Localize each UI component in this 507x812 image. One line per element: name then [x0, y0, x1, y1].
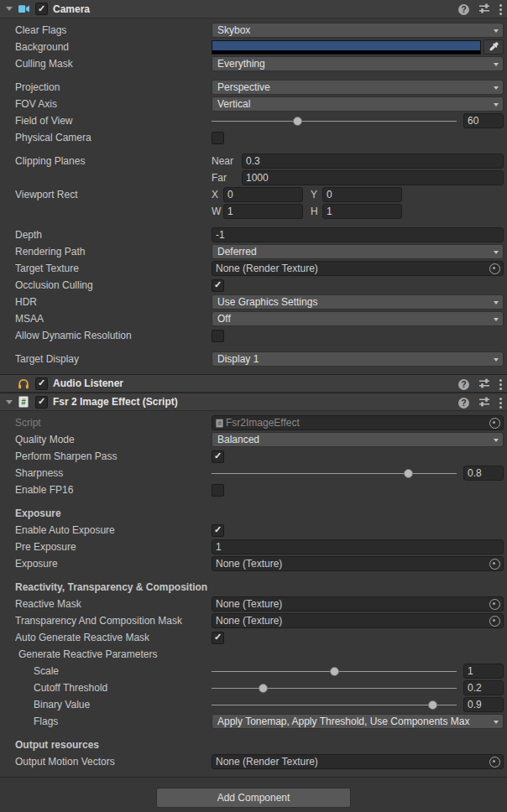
hdr-dropdown[interactable]: Use Graphics Settings — [212, 294, 504, 310]
help-icon[interactable]: ? — [458, 4, 469, 15]
viewport-rect-xy-row: Viewport Rect X Y — [0, 186, 507, 203]
more-menu-icon[interactable] — [499, 398, 502, 409]
auto-generate-reactive-mask-checkbox[interactable]: ✓ — [212, 632, 224, 644]
chevron-down-icon — [494, 63, 499, 66]
enable-auto-exposure-checkbox[interactable]: ✓ — [212, 524, 224, 537]
slider-knob[interactable] — [404, 469, 413, 478]
background-color-field[interactable] — [212, 40, 481, 55]
sharpness-row: Sharpness — [0, 465, 507, 481]
rendering-path-dropdown[interactable]: Deferred — [212, 244, 504, 259]
slider-knob[interactable] — [293, 117, 302, 126]
presets-icon[interactable] — [478, 377, 490, 392]
culling-mask-row: Culling Mask Everything — [0, 55, 507, 72]
presets-icon[interactable] — [478, 396, 490, 410]
enable-fp16-row: Enable FP16 ✓ — [0, 481, 507, 498]
flags-dropdown[interactable]: Apply Tonemap, Apply Threshold, Use Comp… — [212, 714, 504, 729]
scale-slider[interactable] — [212, 664, 457, 679]
chevron-down-icon — [494, 318, 499, 321]
fov-axis-dropdown[interactable]: Vertical — [212, 96, 504, 112]
cutoff-threshold-slider[interactable] — [212, 680, 457, 695]
camera-foldout-icon[interactable] — [6, 7, 13, 11]
viewport-y-input[interactable] — [322, 187, 402, 202]
object-picker-icon[interactable] — [489, 599, 500, 610]
cutoff-threshold-input[interactable] — [463, 680, 504, 695]
scale-row: Scale — [0, 663, 507, 679]
slider-knob[interactable] — [330, 667, 339, 676]
inspector-footer: Add Component — [0, 777, 507, 812]
slider-knob[interactable] — [259, 684, 268, 693]
background-row: Background — [0, 39, 507, 55]
add-component-button[interactable]: Add Component — [156, 788, 351, 808]
clipping-near-input[interactable] — [242, 154, 504, 169]
depth-row: Depth — [0, 226, 507, 243]
physical-camera-checkbox[interactable]: ✓ — [212, 132, 224, 144]
culling-mask-dropdown[interactable]: Everything — [212, 56, 504, 71]
depth-input[interactable] — [212, 227, 504, 242]
object-picker-icon[interactable] — [489, 263, 500, 274]
viewport-x-input[interactable] — [223, 187, 303, 202]
camera-icon — [17, 3, 30, 16]
viewport-h-input[interactable] — [322, 204, 402, 219]
help-icon[interactable]: ? — [458, 379, 469, 390]
audio-listener-enabled-checkbox[interactable]: ✓ — [35, 377, 48, 390]
alpha-bar — [212, 50, 480, 54]
binary-value-row: Binary Value — [0, 696, 507, 713]
fsr2-enabled-checkbox[interactable]: ✓ — [35, 396, 48, 409]
fsr2-component-header[interactable]: # ✓ Fsr 2 Image Effect (Script) ? — [0, 393, 507, 411]
more-menu-icon[interactable] — [499, 4, 502, 15]
target-display-row: Target Display Display 1 — [0, 351, 507, 367]
field-of-view-slider[interactable] — [212, 113, 457, 128]
msaa-dropdown[interactable]: Off — [212, 311, 504, 326]
target-display-dropdown[interactable]: Display 1 — [212, 351, 504, 367]
reactivity-section-header: Reactivity, Transparency & Composition — [0, 579, 507, 596]
reactive-mask-object-field[interactable]: None (Texture) — [212, 596, 504, 612]
exposure-object-field[interactable]: None (Texture) — [212, 556, 504, 571]
camera-component-header[interactable]: ✓ Camera ? — [0, 0, 507, 18]
projection-dropdown[interactable]: Perspective — [212, 80, 504, 95]
binary-value-slider[interactable] — [212, 697, 457, 712]
binary-value-input[interactable] — [463, 697, 504, 712]
help-icon[interactable]: ? — [458, 398, 469, 409]
object-picker-icon[interactable] — [489, 418, 500, 429]
script-icon: # — [17, 395, 30, 409]
eyedropper-button[interactable] — [483, 39, 504, 55]
sharpness-slider[interactable] — [212, 466, 457, 481]
target-texture-row: Target Texture None (Render Texture) — [0, 260, 507, 277]
clipping-far-input[interactable] — [242, 170, 504, 185]
chevron-down-icon — [494, 251, 499, 254]
object-picker-icon[interactable] — [489, 616, 500, 627]
sharpness-input[interactable] — [463, 466, 504, 481]
pre-exposure-input[interactable] — [212, 539, 504, 554]
camera-title: Camera — [53, 3, 90, 15]
audio-listener-component-header[interactable]: ✓ Audio Listener ? — [0, 374, 507, 393]
scale-input[interactable] — [463, 664, 504, 679]
fsr2-foldout-icon[interactable] — [6, 400, 13, 404]
clear-flags-dropdown[interactable]: Skybox — [212, 23, 504, 38]
hdr-row: HDR Use Graphics Settings — [0, 294, 507, 310]
enable-fp16-checkbox[interactable]: ✓ — [212, 484, 224, 497]
chevron-down-icon — [494, 103, 499, 107]
clipping-planes-near-row: Clipping Planes Near — [0, 153, 507, 169]
pre-exposure-row: Pre Exposure — [0, 539, 507, 555]
occlusion-culling-checkbox[interactable]: ✓ — [212, 279, 224, 292]
script-object-field[interactable]: # Fsr2ImageEffect — [212, 415, 504, 430]
object-picker-icon[interactable] — [489, 757, 500, 768]
target-texture-object-field[interactable]: None (Render Texture) — [212, 261, 504, 276]
quality-mode-dropdown[interactable]: Balanced — [212, 432, 504, 447]
presets-icon[interactable] — [478, 3, 490, 17]
perform-sharpen-pass-checkbox[interactable]: ✓ — [212, 450, 224, 463]
field-of-view-input[interactable] — [463, 113, 504, 128]
slider-knob[interactable] — [428, 700, 437, 710]
generate-reactive-parameters-row[interactable]: Generate Reactive Parameters — [0, 646, 507, 663]
camera-enabled-checkbox[interactable]: ✓ — [35, 3, 48, 15]
allow-dynamic-resolution-row: Allow Dynamic Resolution ✓ — [0, 327, 507, 344]
msaa-row: MSAA Off — [0, 310, 507, 327]
cutoff-threshold-row: Cutoff Threshold — [0, 679, 507, 696]
output-motion-vectors-object-field[interactable]: None (Render Texture) — [212, 754, 504, 769]
viewport-w-input[interactable] — [223, 204, 303, 219]
more-menu-icon[interactable] — [499, 379, 502, 390]
allow-dynamic-resolution-checkbox[interactable]: ✓ — [212, 330, 224, 342]
transparency-mask-object-field[interactable]: None (Texture) — [212, 613, 504, 628]
flags-row: Flags Apply Tonemap, Apply Threshold, Us… — [0, 713, 507, 730]
object-picker-icon[interactable] — [489, 559, 500, 570]
